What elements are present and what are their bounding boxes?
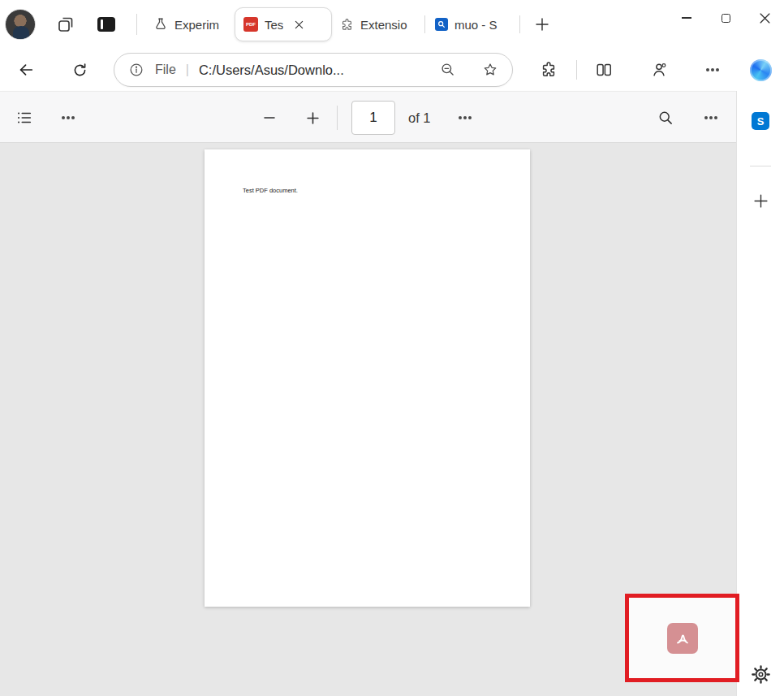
page-number-input[interactable] <box>351 101 395 135</box>
divider <box>337 106 338 130</box>
tab-extensions[interactable]: Extensio <box>332 8 423 41</box>
extensions-icon[interactable] <box>534 55 563 84</box>
settings-more-icon[interactable] <box>698 55 727 84</box>
search-favicon <box>435 18 448 31</box>
sidebar-add-button[interactable] <box>747 187 774 214</box>
browser-window: Experim PDF Tes Extensio <box>0 0 784 696</box>
divider <box>136 14 137 35</box>
divider <box>576 60 577 80</box>
zoom-out-button[interactable] <box>255 103 284 132</box>
table-of-contents-icon[interactable] <box>10 103 39 132</box>
pdf-toolbar: of 1 <box>0 91 737 143</box>
skype-app-icon[interactable]: S <box>752 112 769 130</box>
maximize-button[interactable] <box>706 0 745 36</box>
edge-sidebar: S <box>737 49 784 696</box>
toolbar-more-icon[interactable] <box>54 103 83 132</box>
person-icon[interactable] <box>644 55 674 84</box>
tab-label: Experim <box>174 18 219 32</box>
workspaces-icon[interactable] <box>52 11 80 38</box>
tab-bar: Experim PDF Tes Extensio <box>0 0 784 49</box>
pdf-more-options-icon[interactable] <box>696 103 726 132</box>
divider <box>424 15 425 33</box>
adobe-acrobat-button[interactable] <box>667 623 698 654</box>
tab-experiments[interactable]: Experim <box>145 8 235 41</box>
flask-icon <box>153 17 168 32</box>
tab-test-pdf[interactable]: PDF Tes <box>235 7 332 41</box>
tab-actions-menu-icon[interactable] <box>93 11 120 38</box>
back-button[interactable] <box>11 55 41 84</box>
minimize-button[interactable] <box>667 0 706 36</box>
navigation-bar: File | C:/Users/Asus/Downlo... <box>0 49 784 91</box>
divider <box>519 15 520 33</box>
zoom-in-button[interactable] <box>298 103 327 132</box>
page-more-icon[interactable] <box>450 103 480 132</box>
sidebar-settings-gear-icon[interactable] <box>747 660 774 688</box>
split-screen-icon[interactable] <box>589 55 618 84</box>
url-separator: | <box>186 63 189 77</box>
tab-search[interactable]: muo - S <box>427 8 518 41</box>
tab-close-icon[interactable] <box>291 17 306 32</box>
copilot-icon[interactable] <box>750 59 772 81</box>
refresh-button[interactable] <box>65 55 94 84</box>
close-button[interactable] <box>745 0 784 36</box>
tab-label: muo - S <box>454 18 498 32</box>
address-bar[interactable]: File | C:/Users/Asus/Downlo... <box>114 53 513 87</box>
tab-label: Extensio <box>360 18 407 32</box>
profile-avatar[interactable] <box>5 9 36 40</box>
page-info-icon[interactable] <box>124 58 149 82</box>
zoom-out-icon[interactable] <box>436 58 460 82</box>
new-tab-button[interactable] <box>528 11 556 38</box>
tab-label: Tes <box>265 18 283 32</box>
adobe-acrobat-icon <box>674 629 691 647</box>
highlight-rectangle <box>625 594 739 682</box>
pdf-page-text: Test PDF document. <box>243 187 298 194</box>
search-document-icon[interactable] <box>651 103 680 132</box>
pdf-favicon: PDF <box>243 17 258 32</box>
pdf-page: Test PDF document. <box>205 149 530 607</box>
puzzle-favicon <box>340 18 354 32</box>
url-scheme-label: File <box>155 63 176 77</box>
page-count-label: of 1 <box>408 92 431 144</box>
divider <box>750 166 771 166</box>
favorites-star-icon[interactable] <box>478 58 502 82</box>
url-text[interactable]: C:/Users/Asus/Downlo... <box>199 63 436 78</box>
